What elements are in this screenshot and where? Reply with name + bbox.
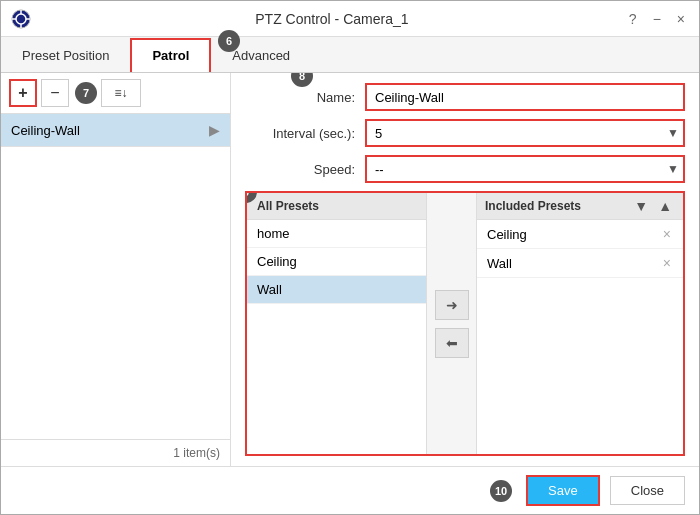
arrow-left-icon: ⬅: [446, 335, 458, 351]
name-input[interactable]: [365, 83, 685, 111]
patrol-item[interactable]: Ceiling-Wall ▶: [1, 114, 230, 147]
all-presets-header: All Presets: [247, 193, 426, 220]
main-content: + 6 − 7 ≡↓ Ceiling-Wall ▶: [1, 73, 699, 466]
right-panel: 8 Name: Interval (sec.): 5 10 15 30 ▼: [231, 73, 699, 466]
add-patrol-button[interactable]: +: [9, 79, 37, 107]
move-right-button[interactable]: ➜: [435, 290, 469, 320]
tab-preset-position[interactable]: Preset Position: [1, 39, 130, 72]
title-bar: PTZ Control - Camera_1 ? − ×: [1, 1, 699, 37]
tab-patrol[interactable]: Patrol: [130, 38, 211, 72]
title-controls: ? − ×: [625, 9, 689, 29]
included-item-ceiling[interactable]: Ceiling ×: [477, 220, 683, 249]
move-up-button[interactable]: ▼: [631, 197, 651, 215]
interval-select[interactable]: 5 10 15 30: [365, 119, 685, 147]
window-close-button[interactable]: ×: [673, 9, 689, 29]
name-label: Name:: [245, 90, 355, 105]
up-arrow-icon: ▼: [634, 198, 648, 214]
sort-patrol-button[interactable]: ≡↓: [101, 79, 141, 107]
item-count: 1 item(s): [1, 439, 230, 466]
name-row: Name:: [245, 83, 685, 111]
play-icon[interactable]: ▶: [209, 122, 220, 138]
speed-row: Speed: -- 1 2 3 ▼: [245, 155, 685, 183]
save-button[interactable]: Save: [526, 475, 600, 506]
tab-bar: Preset Position Patrol Advanced: [1, 37, 699, 73]
speed-select-wrapper: -- 1 2 3 ▼: [365, 155, 685, 183]
preset-item-ceiling[interactable]: Ceiling: [247, 248, 426, 276]
down-arrow-icon: ▲: [658, 198, 672, 214]
minimize-button[interactable]: −: [649, 9, 665, 29]
included-presets-column: Included Presets ▼ ▲ Ceiling × Wall: [477, 193, 683, 454]
remove-ceiling-button[interactable]: ×: [661, 226, 673, 242]
remove-wall-button[interactable]: ×: [661, 255, 673, 271]
move-down-button[interactable]: ▲: [655, 197, 675, 215]
transfer-column: ➜ ⬅: [427, 193, 477, 454]
speed-label: Speed:: [245, 162, 355, 177]
left-panel: + 6 − 7 ≡↓ Ceiling-Wall ▶: [1, 73, 231, 466]
window-title: PTZ Control - Camera_1: [39, 11, 625, 27]
speed-select[interactable]: -- 1 2 3: [365, 155, 685, 183]
patrol-list: Ceiling-Wall ▶: [1, 114, 230, 439]
preset-item-wall[interactable]: Wall: [247, 276, 426, 304]
left-toolbar: + 6 − 7 ≡↓: [1, 73, 230, 114]
interval-row: Interval (sec.): 5 10 15 30 ▼: [245, 119, 685, 147]
move-left-button[interactable]: ⬅: [435, 328, 469, 358]
bottom-bar: 10 Save Close: [1, 466, 699, 514]
presets-section: 9 All Presets home Ceiling Wall: [245, 191, 685, 456]
remove-patrol-button[interactable]: −: [41, 79, 69, 107]
close-button[interactable]: Close: [610, 476, 685, 505]
help-button[interactable]: ?: [625, 9, 641, 29]
step10-badge: 10: [490, 480, 512, 502]
step7-badge: 7: [75, 82, 97, 104]
included-presets-header: Included Presets ▼ ▲: [477, 193, 683, 220]
preset-item-home[interactable]: home: [247, 220, 426, 248]
interval-select-wrapper: 5 10 15 30 ▼: [365, 119, 685, 147]
arrow-right-icon: ➜: [446, 297, 458, 313]
main-window: PTZ Control - Camera_1 ? − × Preset Posi…: [0, 0, 700, 515]
app-icon: [11, 9, 31, 29]
included-item-wall[interactable]: Wall ×: [477, 249, 683, 278]
interval-label: Interval (sec.):: [245, 126, 355, 141]
all-presets-column: All Presets home Ceiling Wall: [247, 193, 427, 454]
